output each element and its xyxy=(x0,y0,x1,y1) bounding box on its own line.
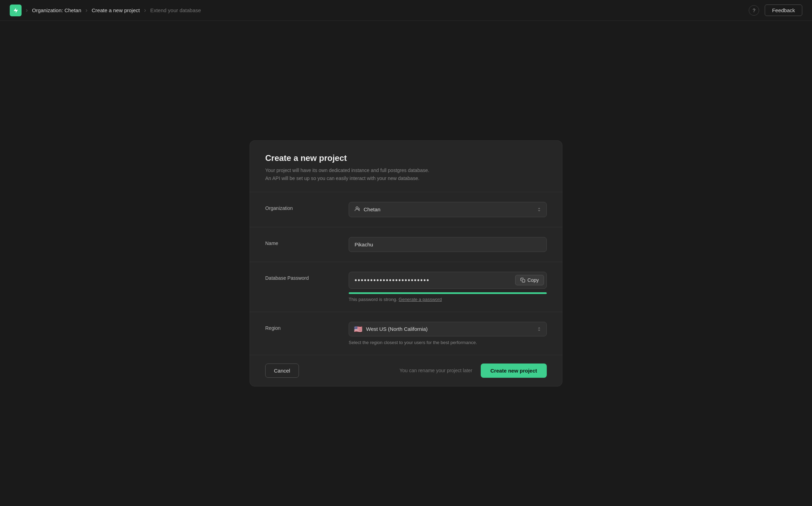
flag-icon: 🇺🇸 xyxy=(354,326,363,333)
copy-button[interactable]: Copy xyxy=(515,275,544,285)
svg-rect-1 xyxy=(522,280,525,283)
password-hint: This password is strong. Generate a pass… xyxy=(349,297,547,302)
organization-label: Organization xyxy=(265,202,335,211)
rename-hint: You can rename your project later xyxy=(399,368,472,373)
cancel-button[interactable]: Cancel xyxy=(265,364,299,378)
region-chevron-icon xyxy=(537,327,542,332)
copy-icon xyxy=(520,278,525,283)
region-control: 🇺🇸 West US (North California) Select the… xyxy=(349,322,547,345)
breadcrumb-sep-3: › xyxy=(144,7,146,14)
region-value: West US (North California) xyxy=(366,326,533,332)
logo[interactable] xyxy=(10,5,22,16)
organization-row: Organization Chetan xyxy=(250,192,562,227)
password-strength-fill xyxy=(349,292,547,294)
feedback-button[interactable]: Feedback xyxy=(765,5,802,16)
password-row: Database Password Copy Thi xyxy=(250,262,562,312)
topbar-right: ? Feedback xyxy=(749,5,802,16)
name-row: Name xyxy=(250,227,562,262)
card-footer: Cancel You can rename your project later… xyxy=(250,355,562,386)
organization-select[interactable]: Chetan xyxy=(349,202,547,217)
organization-control: Chetan xyxy=(349,202,547,217)
password-wrap: Copy xyxy=(349,272,547,289)
chevron-updown-icon xyxy=(537,207,542,212)
breadcrumb-sep-1: › xyxy=(26,7,28,14)
generate-password-link[interactable]: Generate a password xyxy=(399,297,442,302)
name-input[interactable] xyxy=(349,237,547,252)
card-title: Create a new project xyxy=(265,153,547,163)
region-row: Region 🇺🇸 West US (North California) Sel… xyxy=(250,312,562,355)
topbar: › Organization: Chetan › Create a new pr… xyxy=(0,0,812,21)
breadcrumb-extend-db: Extend your database xyxy=(150,7,201,13)
org-icon xyxy=(354,206,360,213)
breadcrumb-org[interactable]: Organization: Chetan xyxy=(32,7,81,13)
copy-label: Copy xyxy=(527,277,539,283)
breadcrumb-create-project[interactable]: Create a new project xyxy=(92,7,140,13)
footer-right: You can rename your project later Create… xyxy=(399,364,547,378)
create-project-card: Create a new project Your project will h… xyxy=(250,140,562,386)
organization-value: Chetan xyxy=(364,206,533,212)
help-button[interactable]: ? xyxy=(749,5,759,16)
create-project-button[interactable]: Create new project xyxy=(481,364,547,378)
breadcrumb-sep-2: › xyxy=(86,7,88,14)
password-label: Database Password xyxy=(265,272,335,281)
password-strength-bar xyxy=(349,292,547,294)
main-content: Create a new project Your project will h… xyxy=(0,21,812,506)
card-subtitle: Your project will have its own dedicated… xyxy=(265,166,547,182)
region-hint: Select the region closest to your users … xyxy=(349,340,547,345)
password-control: Copy This password is strong. Generate a… xyxy=(349,272,547,302)
region-select[interactable]: 🇺🇸 West US (North California) xyxy=(349,322,547,336)
card-header: Create a new project Your project will h… xyxy=(250,141,562,192)
region-label: Region xyxy=(265,322,335,331)
name-label: Name xyxy=(265,237,335,246)
name-control xyxy=(349,237,547,252)
svg-point-0 xyxy=(356,207,358,209)
